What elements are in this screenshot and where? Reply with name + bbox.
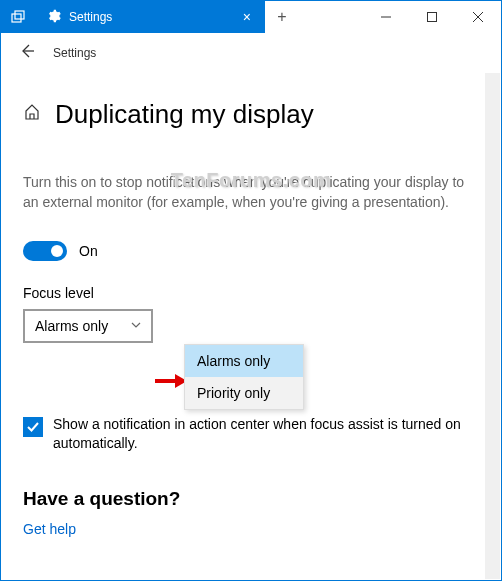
page-title: Duplicating my display (55, 99, 314, 130)
dropdown-option-alarms-only[interactable]: Alarms only (185, 345, 303, 377)
toggle-label: On (79, 243, 98, 259)
dropdown-option-priority-only[interactable]: Priority only (185, 377, 303, 409)
tab-settings[interactable]: Settings × (35, 1, 265, 33)
svg-rect-3 (428, 13, 437, 22)
new-tab-button[interactable]: + (265, 1, 299, 33)
minimize-button[interactable] (363, 1, 409, 33)
focus-level-dropdown[interactable]: Alarms only (23, 309, 153, 343)
toggle-knob (51, 245, 63, 257)
chevron-down-icon (131, 319, 141, 333)
title-bar: Settings × + (1, 1, 501, 33)
svg-rect-1 (15, 11, 24, 19)
tab-close-icon[interactable]: × (237, 9, 257, 25)
gear-icon (47, 9, 61, 26)
sub-header: Settings (1, 33, 501, 73)
focus-level-menu: Alarms only Priority only (184, 344, 304, 410)
page-description: Turn this on to stop notifications when … (23, 172, 479, 213)
home-icon[interactable] (23, 103, 41, 126)
toggle-switch[interactable] (23, 241, 67, 261)
maximize-button[interactable] (409, 1, 455, 33)
question-heading: Have a question? (23, 488, 479, 510)
breadcrumb: Settings (53, 46, 96, 60)
focus-level-label: Focus level (23, 285, 479, 301)
notification-checkbox[interactable] (23, 417, 43, 437)
tab-label: Settings (69, 10, 237, 24)
titlebar-drag-area (299, 1, 363, 33)
scrollbar[interactable] (485, 73, 500, 579)
dropdown-value: Alarms only (35, 318, 108, 334)
get-help-link[interactable]: Get help (23, 521, 76, 537)
back-button[interactable] (19, 43, 35, 63)
close-button[interactable] (455, 1, 501, 33)
svg-rect-0 (12, 14, 21, 22)
multitask-icon[interactable] (1, 1, 35, 33)
checkbox-label: Show a notification in action center whe… (53, 415, 479, 454)
